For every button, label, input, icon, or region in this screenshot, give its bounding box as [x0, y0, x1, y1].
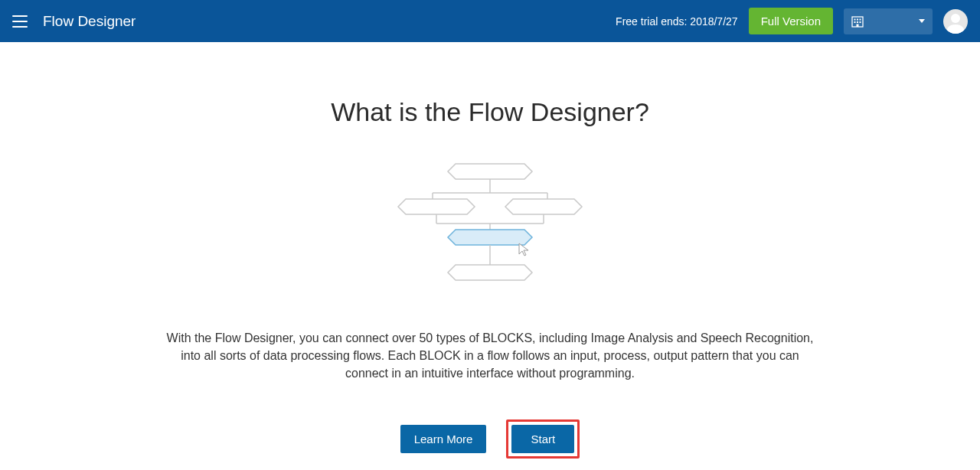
svg-marker-22: [448, 265, 532, 280]
svg-rect-1: [854, 18, 856, 20]
svg-marker-15: [505, 199, 582, 214]
svg-marker-14: [398, 199, 475, 214]
trial-status: Free trial ends: 2018/7/27: [616, 15, 738, 28]
svg-rect-6: [860, 21, 861, 23]
org-selector[interactable]: [844, 8, 933, 34]
svg-rect-3: [860, 18, 861, 20]
svg-rect-7: [857, 24, 859, 27]
start-button[interactable]: Start: [511, 425, 574, 453]
svg-point-8: [951, 14, 960, 23]
menu-icon[interactable]: [12, 15, 28, 28]
full-version-button[interactable]: Full Version: [749, 8, 833, 34]
flow-diagram-illustration: [390, 158, 590, 299]
page-title: What is the Flow Designer?: [0, 97, 980, 127]
chevron-down-icon: [919, 19, 925, 23]
svg-rect-4: [854, 21, 856, 23]
learn-more-button[interactable]: Learn More: [400, 425, 487, 453]
building-icon: [851, 15, 864, 28]
start-button-highlight: Start: [506, 419, 580, 459]
action-buttons: Learn More Start: [0, 419, 980, 459]
app-header: Flow Designer Free trial ends: 2018/7/27…: [0, 0, 980, 42]
svg-rect-5: [857, 21, 858, 23]
page-description: With the Flow Designer, you can connect …: [145, 329, 835, 383]
main-content: What is the Flow Designer?: [0, 42, 980, 459]
svg-rect-2: [857, 18, 858, 20]
avatar[interactable]: [943, 9, 968, 34]
svg-marker-9: [448, 164, 532, 179]
svg-marker-20: [448, 230, 532, 245]
app-title: Flow Designer: [43, 13, 136, 30]
